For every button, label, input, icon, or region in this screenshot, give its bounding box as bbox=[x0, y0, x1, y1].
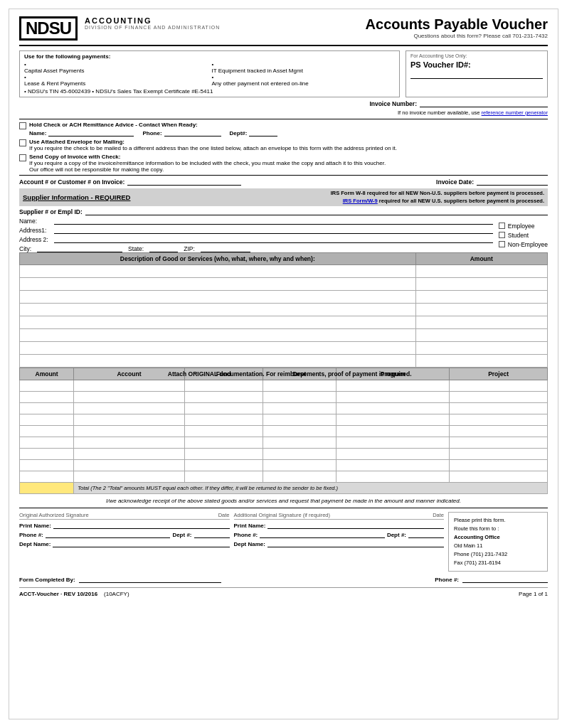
employee-checkbox[interactable] bbox=[499, 223, 505, 229]
employee-item: Employee bbox=[499, 223, 548, 230]
amount-cell[interactable] bbox=[415, 304, 548, 316]
send-copy-content: Send Copy of Invoice with Check: If you … bbox=[29, 154, 386, 173]
footer-page-num: Page 1 of 1 bbox=[519, 591, 548, 597]
desc-cell[interactable] bbox=[20, 316, 416, 329]
amount-cell[interactable] bbox=[415, 355, 548, 368]
reference-number-link[interactable]: reference number generator bbox=[482, 109, 548, 116]
address2-input[interactable] bbox=[54, 236, 493, 243]
amount-cell[interactable] bbox=[415, 291, 548, 304]
ndsu-logo: NDSU bbox=[19, 16, 78, 41]
alloc-row bbox=[20, 460, 548, 471]
phone-input[interactable] bbox=[164, 129, 221, 136]
desc-cell[interactable] bbox=[20, 342, 416, 355]
addl-dept-name-input[interactable] bbox=[267, 540, 444, 547]
city-input[interactable] bbox=[37, 245, 122, 252]
contact-questions: Questions about this form? Please call 7… bbox=[366, 33, 548, 39]
name-address-section: Name: Address1: Address 2: City: State: … bbox=[19, 218, 548, 252]
state-label: State: bbox=[128, 245, 144, 252]
accounting-text: ACCOUNTING DIVISION OF FINANCE AND ADMIN… bbox=[85, 16, 220, 30]
hold-check-content: Hold Check or ACH Remittance Advice - Co… bbox=[29, 122, 277, 136]
form-completed-input[interactable] bbox=[79, 576, 221, 583]
signature-section: Original Authorized Signature Date Print… bbox=[19, 512, 548, 572]
student-checkbox[interactable] bbox=[499, 232, 505, 238]
orig-sig-fields: Print Name: Phone #: Dept #: Dept Name: bbox=[19, 522, 230, 547]
addl-date-label: Date bbox=[433, 512, 444, 518]
dept-input[interactable] bbox=[194, 531, 230, 538]
additional-sig-col: Additional Original Signature (if requir… bbox=[234, 512, 445, 572]
amount-cell[interactable] bbox=[415, 265, 548, 278]
desc-cell[interactable] bbox=[20, 329, 416, 342]
desc-cell[interactable] bbox=[20, 355, 416, 368]
alloc-total-value[interactable] bbox=[20, 483, 74, 494]
attached-envelope-row: Use Attached Envelope for Mailing: If yo… bbox=[19, 139, 548, 151]
invoice-number-field[interactable] bbox=[420, 100, 548, 107]
hold-check-row: Hold Check or ACH Remittance Advice - Co… bbox=[19, 122, 548, 136]
dept-name-input[interactable] bbox=[53, 540, 229, 547]
alloc-row bbox=[20, 380, 548, 392]
name-address-left: Name: Address1: Address 2: City: State: … bbox=[19, 218, 493, 252]
form-completed-phone-input[interactable] bbox=[462, 576, 548, 583]
state-input[interactable] bbox=[149, 245, 178, 252]
desc-cell[interactable] bbox=[20, 265, 416, 278]
dept-label: Dept #: bbox=[172, 532, 191, 538]
alloc-cell[interactable] bbox=[263, 380, 336, 392]
invoice-date-label: Invoice Date: bbox=[436, 178, 474, 186]
dept-input[interactable] bbox=[249, 129, 277, 136]
amount-cell[interactable] bbox=[415, 278, 548, 291]
table-row bbox=[20, 329, 548, 342]
invoice-number-row: Invoice Number: bbox=[19, 100, 548, 107]
hold-check-dept-field: Dept#: bbox=[230, 129, 278, 136]
irs-link[interactable]: IRS Form/W-9 bbox=[343, 198, 378, 204]
table-row bbox=[20, 316, 548, 329]
original-sig-col: Original Authorized Signature Date Print… bbox=[19, 512, 230, 572]
amount-cell[interactable] bbox=[415, 342, 548, 355]
account-input[interactable] bbox=[127, 178, 241, 186]
top-section: Use for the following payments: • Capita… bbox=[19, 50, 548, 97]
account-label: Account # or Customer # on Invoice: bbox=[19, 178, 124, 186]
ps-voucher-field[interactable] bbox=[410, 72, 543, 79]
name-input[interactable] bbox=[48, 129, 134, 136]
amount-cell[interactable] bbox=[415, 329, 548, 342]
employee-label: Employee bbox=[508, 223, 535, 230]
addl-phone-input[interactable] bbox=[260, 531, 385, 538]
alloc-cell[interactable] bbox=[74, 380, 185, 392]
routing-line6: Fax (701) 231-6194 bbox=[454, 559, 542, 567]
non-employee-checkbox[interactable] bbox=[499, 241, 505, 247]
form-completed-phone-label: Phone #: bbox=[435, 577, 459, 583]
addl-dept-input[interactable] bbox=[408, 531, 444, 538]
use-for-item-3: • Lease & Rent Payments bbox=[24, 74, 208, 87]
phone-input[interactable] bbox=[46, 531, 171, 538]
invoice-date-field: Invoice Date: bbox=[436, 178, 548, 186]
attached-envelope-checkbox[interactable] bbox=[19, 139, 26, 146]
desc-cell[interactable] bbox=[20, 291, 416, 304]
accounting-use-label: For Accounting Use Only: bbox=[410, 53, 543, 58]
non-employee-label: Non-Employee bbox=[508, 241, 548, 248]
name-input[interactable] bbox=[54, 218, 493, 225]
invoice-date-input[interactable] bbox=[477, 178, 548, 186]
address1-input[interactable] bbox=[54, 227, 493, 234]
hold-check-checkbox[interactable] bbox=[19, 122, 26, 129]
table-row bbox=[20, 265, 548, 278]
desc-cell[interactable] bbox=[20, 278, 416, 291]
addl-print-name-input[interactable] bbox=[267, 522, 444, 529]
additional-sig-label: Additional Original Signature (if requir… bbox=[234, 512, 331, 518]
supplier-id-row: Supplier # or Empl ID: bbox=[19, 208, 548, 215]
alloc-cell[interactable] bbox=[337, 380, 450, 392]
hold-check-fields: Name: Phone: Dept#: bbox=[29, 129, 277, 136]
send-copy-checkbox[interactable] bbox=[19, 154, 26, 161]
zip-input[interactable] bbox=[201, 245, 250, 252]
addl-dept-name-label: Dept Name: bbox=[234, 541, 265, 547]
supplier-id-input[interactable] bbox=[85, 208, 548, 215]
alloc-cell[interactable] bbox=[184, 380, 263, 392]
alloc-row bbox=[20, 449, 548, 460]
print-name-input[interactable] bbox=[53, 522, 230, 529]
alloc-cell[interactable] bbox=[20, 380, 74, 392]
desc-cell[interactable] bbox=[20, 304, 416, 316]
phone-label: Phone: bbox=[142, 130, 161, 136]
routing-line5: Phone (701) 231-7432 bbox=[454, 550, 542, 559]
addl-phone-dept-row: Phone #: Dept #: bbox=[234, 531, 445, 538]
use-for-item-4: • Any other payment not entered on-line bbox=[212, 74, 396, 87]
footer-rev: ACCT-Voucher · REV 10/2016 bbox=[19, 591, 97, 597]
amount-cell[interactable] bbox=[415, 316, 548, 329]
alloc-cell[interactable] bbox=[450, 380, 548, 392]
